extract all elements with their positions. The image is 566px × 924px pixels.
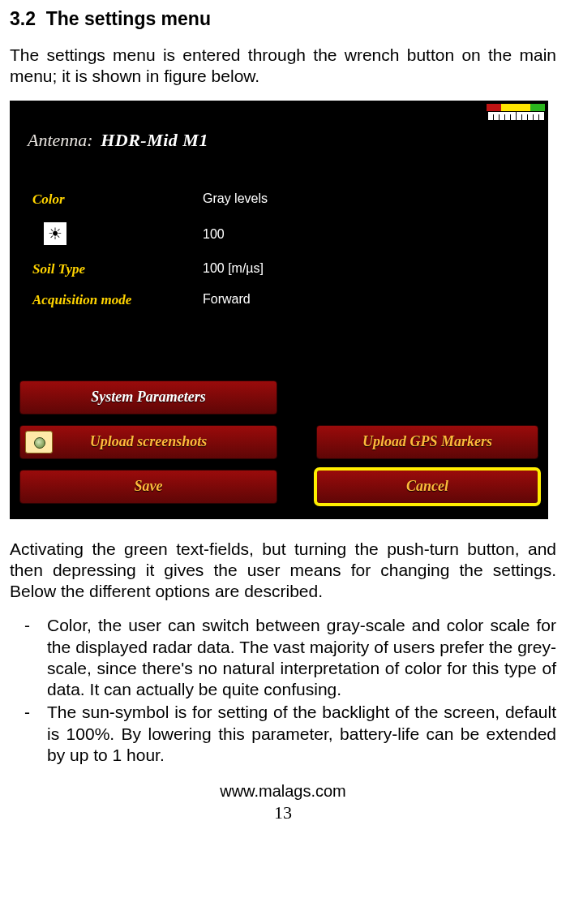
setting-row-acq[interactable]: Acquisition mode xyxy=(32,292,131,308)
save-label: Save xyxy=(135,478,163,495)
system-parameters-label: System Parameters xyxy=(91,389,206,406)
setting-row-brightness[interactable]: ☀ xyxy=(32,222,66,245)
antenna-label: Antenna: xyxy=(28,130,93,150)
list-item: Color, the user can switch between gray-… xyxy=(47,615,556,700)
signal-bar-3 xyxy=(516,104,530,111)
setting-label-color: Color xyxy=(32,191,65,207)
section-heading: 3.2 The settings menu xyxy=(10,8,556,30)
setting-value-brightness: 100 xyxy=(203,227,225,242)
section-title: The settings menu xyxy=(46,8,211,29)
brightness-icon: ☀ xyxy=(44,222,66,245)
section-number: 3.2 xyxy=(10,8,36,29)
page-number: 13 xyxy=(10,802,556,823)
setting-label-soil: Soil Type xyxy=(32,261,85,277)
upload-screenshots-label: Upload screenshots xyxy=(90,433,208,450)
antenna-model: HDR-Mid M1 xyxy=(101,130,208,150)
signal-scale xyxy=(487,111,545,121)
list-item: The sun-symbol is for setting of the bac… xyxy=(47,702,556,766)
camera-icon xyxy=(25,431,53,453)
after-paragraph: Activating the green text-fields, but tu… xyxy=(10,539,556,603)
option-list: Color, the user can switch between gray-… xyxy=(10,615,556,766)
setting-value-color: Gray levels xyxy=(203,191,268,206)
antenna-row: Antenna: HDR-Mid M1 xyxy=(28,130,208,151)
footer-url: www.malags.com xyxy=(10,782,556,801)
signal-bar-2 xyxy=(501,104,516,111)
setting-label-acq: Acquisition mode xyxy=(32,292,131,307)
upload-screenshots-button[interactable]: Upload screenshots xyxy=(19,425,277,459)
signal-meter xyxy=(487,104,545,121)
signal-bar-1 xyxy=(487,104,501,111)
upload-gps-label: Upload GPS Markers xyxy=(362,433,492,450)
setting-value-soil: 100 [m/µs] xyxy=(203,261,264,276)
settings-screenshot: Antenna: HDR-Mid M1 Color Gray levels ☀ … xyxy=(10,101,548,519)
setting-row-color[interactable]: Color xyxy=(32,191,65,208)
cancel-label: Cancel xyxy=(406,478,448,495)
setting-row-soil[interactable]: Soil Type xyxy=(32,261,85,277)
upload-gps-button[interactable]: Upload GPS Markers xyxy=(316,425,538,459)
signal-bar-4 xyxy=(530,104,545,111)
cancel-button[interactable]: Cancel xyxy=(316,470,538,504)
page-footer: www.malags.com 13 xyxy=(10,782,556,823)
save-button[interactable]: Save xyxy=(19,470,277,504)
signal-bars xyxy=(487,104,545,111)
system-parameters-button[interactable]: System Parameters xyxy=(19,380,277,415)
intro-paragraph: The settings menu is entered through the… xyxy=(10,45,556,88)
setting-value-acq: Forward xyxy=(203,292,251,307)
